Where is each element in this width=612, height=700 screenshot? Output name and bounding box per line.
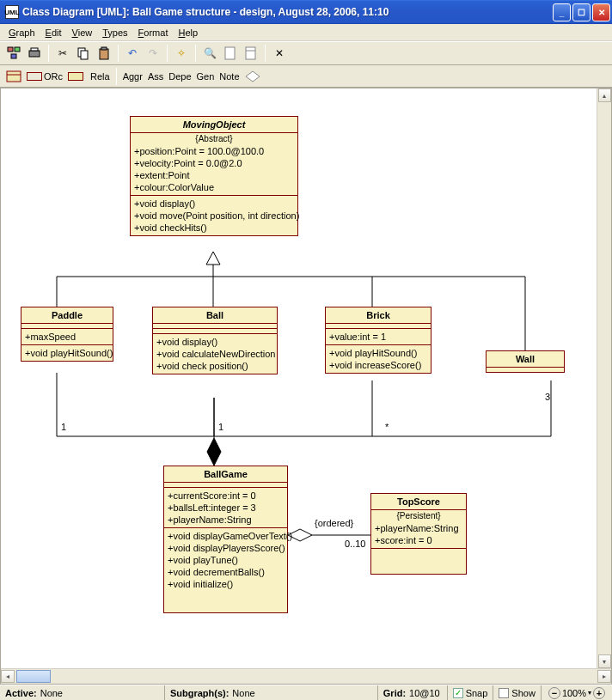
close-button[interactable]: ✕ (592, 3, 610, 21)
mult-paddle: 1 (61, 422, 66, 432)
palette-gen[interactable]: Gen (197, 71, 215, 82)
status-subgraph-label: Subgraph(s): (170, 688, 229, 698)
svg-rect-3 (29, 51, 40, 57)
svg-rect-6 (81, 51, 88, 59)
connector-lines: 1 1 * 3 {ordered} 0..10 (1, 88, 611, 669)
toolbar-palette: ORc Rela Aggr Ass Depe Gen Note (0, 65, 612, 88)
delete-icon[interactable]: ✕ (271, 45, 288, 62)
app-icon: UML (5, 5, 19, 19)
label-ordered: {ordered} (315, 518, 354, 528)
graph-tool-icon[interactable] (5, 45, 22, 62)
palette-box-icon[interactable] (6, 70, 21, 82)
scroll-right-button[interactable]: ▸ (597, 670, 611, 683)
svg-rect-1 (15, 47, 20, 52)
mult-ball: 1 (218, 422, 223, 432)
scroll-down-button[interactable]: ▾ (598, 654, 611, 668)
menu-graph[interactable]: Graph (3, 26, 40, 40)
paste-icon[interactable] (95, 45, 113, 62)
copy-icon[interactable] (75, 45, 92, 62)
search-icon[interactable]: 🔍 (201, 45, 218, 62)
svg-rect-9 (225, 47, 235, 59)
palette-orc[interactable]: ORc (27, 71, 63, 82)
menubar: Graph Edit View Types Format Help (0, 24, 612, 41)
svg-rect-8 (101, 47, 107, 50)
horizontal-scrollbar[interactable]: ◂ ▸ (1, 668, 611, 684)
menu-help[interactable]: Help (173, 26, 203, 40)
palette-depe[interactable]: Depe (168, 71, 191, 82)
svg-rect-7 (100, 49, 108, 59)
undo-icon[interactable]: ↶ (124, 45, 141, 62)
window-titlebar: UML Class Diagram [UML]: Ball Game struc… (0, 0, 612, 24)
new-page-icon[interactable] (222, 45, 239, 62)
class-ballgame[interactable]: BallGame +currentScore:int = 0 +ballsLef… (163, 466, 288, 613)
palette-diamond-icon[interactable] (245, 70, 260, 82)
class-title: MovingObject (131, 117, 297, 133)
maximize-button[interactable]: ☐ (572, 3, 591, 21)
zoom-dropdown-icon[interactable]: ▾ (588, 689, 591, 697)
mult-brick: * (385, 422, 389, 432)
status-active-label: Active: (5, 688, 37, 698)
minimize-button[interactable]: _ (553, 3, 571, 21)
status-bar: Active: None Subgraph(s): None Grid: 10@… (0, 685, 612, 700)
svg-marker-14 (246, 71, 260, 82)
svg-rect-2 (11, 54, 16, 58)
svg-rect-4 (31, 48, 38, 51)
menu-types[interactable]: Types (97, 26, 132, 40)
mult-wall: 3 (545, 392, 550, 402)
palette-note[interactable]: Note (219, 71, 239, 82)
class-moving-object[interactable]: MovingObject {Abstract} +position:Point … (130, 116, 298, 236)
scroll-up-button[interactable]: ▴ (598, 88, 611, 102)
status-grid-label: Grid: (383, 688, 406, 698)
svg-marker-15 (206, 252, 220, 265)
class-topscore[interactable]: TopScore {Persistent} +playerName:String… (370, 493, 467, 575)
class-stereotype: {Abstract} (131, 133, 297, 143)
redo-icon[interactable]: ↷ (144, 45, 162, 62)
svg-rect-10 (246, 47, 255, 59)
window-title: Class Diagram [UML]: Ball Game structure… (22, 6, 553, 18)
svg-rect-0 (8, 47, 13, 52)
vertical-scrollbar[interactable]: ▴ ▾ (597, 88, 611, 668)
class-brick[interactable]: Brick +value:int = 1 +void playHitSound(… (325, 307, 431, 374)
cut-icon[interactable]: ✂ (54, 45, 71, 62)
status-subgraph-value: None (232, 688, 254, 698)
palette-ass[interactable]: Ass (148, 71, 163, 82)
add-icon[interactable]: ✧ (173, 45, 190, 62)
svg-marker-22 (207, 438, 221, 466)
scroll-left-button[interactable]: ◂ (1, 670, 15, 683)
class-paddle[interactable]: Paddle +maxSpeed +void playHitSound() (21, 307, 113, 362)
print-icon[interactable] (26, 45, 43, 62)
zoom-out-button[interactable]: − (548, 687, 560, 699)
page-icon[interactable] (242, 45, 260, 62)
palette-rela[interactable]: Rela (90, 71, 110, 82)
menu-format[interactable]: Format (133, 26, 174, 40)
diagram-canvas-wrap: 1 1 * 3 {ordered} 0..10 MovingObject {Ab… (0, 88, 612, 685)
snap-label: Snap (466, 688, 488, 698)
scroll-thumb[interactable] (16, 670, 51, 683)
class-ball[interactable]: Ball +void display() +void calculateNewD… (152, 307, 278, 374)
status-active-value: None (40, 688, 63, 698)
svg-rect-12 (7, 71, 21, 82)
diagram-canvas[interactable]: 1 1 * 3 {ordered} 0..10 MovingObject {Ab… (1, 88, 611, 669)
zoom-value: 100% (562, 688, 586, 698)
class-wall[interactable]: Wall (486, 350, 565, 373)
toolbar-main: ✂ ↶ ↷ ✧ 🔍 ✕ (0, 41, 612, 65)
palette-rela-box[interactable] (68, 72, 85, 81)
show-checkbox[interactable] (499, 688, 509, 698)
snap-checkbox[interactable]: ✓ (453, 688, 463, 698)
zoom-in-button[interactable]: + (593, 687, 605, 699)
show-label: Show (511, 688, 536, 698)
menu-edit[interactable]: Edit (40, 26, 67, 40)
menu-view[interactable]: View (67, 26, 98, 40)
palette-aggr[interactable]: Aggr (123, 71, 143, 82)
label-range: 0..10 (345, 539, 365, 549)
status-grid-value: 10@10 (409, 688, 440, 698)
